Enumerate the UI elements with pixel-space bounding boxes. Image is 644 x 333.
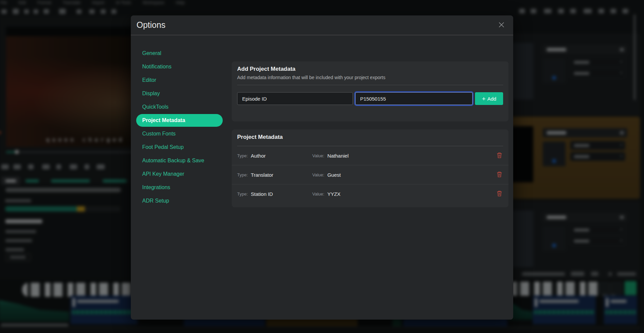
value-cell: Value: Guest bbox=[312, 172, 495, 178]
options-dialog: Options General Notifications Editor Dis… bbox=[131, 15, 513, 320]
delete-row-button[interactable] bbox=[495, 170, 504, 179]
metadata-list-title: Project Metadata bbox=[237, 134, 503, 141]
add-button-label: Add bbox=[487, 96, 496, 102]
nav-item-project-metadata[interactable]: Project Metadata bbox=[136, 114, 223, 127]
trash-icon bbox=[497, 190, 502, 197]
value-label: Value: bbox=[312, 191, 324, 197]
trash-icon bbox=[497, 171, 502, 177]
table-row: Type: Station ID Value: YYZX bbox=[232, 184, 508, 204]
trash-icon bbox=[497, 152, 502, 158]
nav-item-display[interactable]: Display bbox=[136, 87, 223, 100]
add-metadata-panel: Add Project Metadata Add metadata inform… bbox=[232, 61, 508, 121]
type-label: Type: bbox=[237, 172, 248, 177]
add-metadata-form: + Add bbox=[232, 85, 508, 105]
dialog-header: Options bbox=[131, 15, 513, 35]
nav-item-automatic-backup[interactable]: Automatic Backup & Save bbox=[136, 154, 223, 167]
type-value: Station ID bbox=[251, 191, 273, 197]
dialog-title: Options bbox=[137, 20, 165, 30]
value-label: Value: bbox=[312, 153, 324, 158]
nav-item-api-key-manager[interactable]: API Key Manager bbox=[136, 167, 223, 181]
nav-item-editor[interactable]: Editor bbox=[136, 73, 223, 87]
nav-item-foot-pedal-setup[interactable]: Foot Pedal Setup bbox=[136, 141, 223, 154]
metadata-type-input[interactable] bbox=[237, 92, 353, 105]
dialog-body: General Notifications Editor Display Qui… bbox=[131, 35, 513, 319]
type-value: Author bbox=[251, 153, 266, 159]
delete-row-button[interactable] bbox=[495, 190, 504, 199]
add-button[interactable]: + Add bbox=[475, 92, 503, 105]
value-label: Value: bbox=[312, 172, 324, 177]
app-root: File Edit Format Translate Import AI Too… bbox=[0, 0, 644, 333]
settings-nav: General Notifications Editor Display Qui… bbox=[136, 47, 225, 208]
value-value: Guest bbox=[327, 172, 341, 178]
metadata-list-header: Project Metadata bbox=[232, 129, 508, 146]
nav-item-custom-fonts[interactable]: Custom Fonts bbox=[136, 127, 223, 141]
table-row: Type: Translator Value: Guest bbox=[232, 165, 508, 184]
metadata-list-panel: Project Metadata Type: Author Value: Nat… bbox=[232, 129, 508, 207]
nav-item-general[interactable]: General bbox=[136, 47, 223, 60]
nav-item-adr-setup[interactable]: ADR Setup bbox=[136, 194, 223, 208]
nav-item-quicktools[interactable]: QuickTools bbox=[136, 100, 223, 114]
type-cell: Type: Station ID bbox=[237, 191, 312, 197]
add-metadata-description: Add metadata information that will be in… bbox=[237, 75, 503, 80]
value-value: Nathaniel bbox=[327, 153, 348, 159]
type-label: Type: bbox=[237, 191, 248, 197]
type-label: Type: bbox=[237, 153, 248, 158]
plus-icon: + bbox=[482, 96, 486, 102]
nav-item-notifications[interactable]: Notifications bbox=[136, 60, 223, 73]
close-icon bbox=[498, 21, 505, 29]
add-metadata-header: Add Project Metadata Add metadata inform… bbox=[232, 61, 508, 85]
nav-item-integrations[interactable]: Integrations bbox=[136, 181, 223, 194]
metadata-value-input[interactable] bbox=[355, 92, 473, 105]
add-metadata-title: Add Project Metadata bbox=[237, 66, 503, 72]
delete-row-button[interactable] bbox=[495, 151, 504, 160]
value-cell: Value: YYZX bbox=[312, 191, 495, 197]
close-button[interactable] bbox=[497, 21, 506, 30]
type-cell: Type: Translator bbox=[237, 172, 312, 178]
value-value: YYZX bbox=[327, 191, 340, 197]
type-value: Translator bbox=[251, 172, 273, 178]
value-cell: Value: Nathaniel bbox=[312, 153, 495, 159]
table-row: Type: Author Value: Nathaniel bbox=[232, 146, 508, 165]
type-cell: Type: Author bbox=[237, 153, 312, 159]
